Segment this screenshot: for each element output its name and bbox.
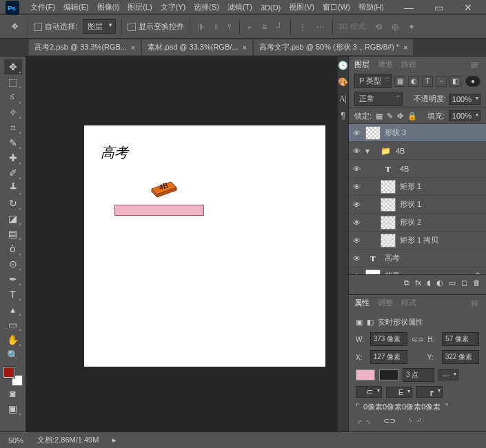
blend-mode-dropdown[interactable]: 正常 [354, 92, 403, 106]
pen-tool[interactable]: ✒ [4, 272, 22, 287]
opacity-input[interactable]: 100% [449, 94, 480, 105]
type-tool[interactable]: T [4, 287, 22, 302]
character-panel-icon[interactable]: A| [339, 94, 347, 104]
menu-3d[interactable]: 3D(D) [256, 3, 285, 12]
layers-tab[interactable]: 图层 [354, 59, 369, 70]
rectangle-tool[interactable]: ▭ [4, 317, 22, 332]
menu-window[interactable]: 窗口(W) [318, 2, 354, 12]
show-transform-checkbox[interactable]: 显示变换控件 [128, 21, 184, 32]
threed-icon[interactable]: ⟲ [373, 22, 384, 32]
link-corners-icon[interactable]: ⊂⊃ [383, 416, 396, 425]
dodge-tool[interactable]: ⊙ [4, 256, 22, 272]
filter-adjustment-icon[interactable]: ◐ [408, 76, 419, 87]
new-group-icon[interactable]: ▭ [449, 278, 456, 287]
path-selection-tool[interactable]: ▴ [4, 302, 22, 317]
auto-select-target-dropdown[interactable]: 图层 [83, 19, 116, 34]
filter-shape-icon[interactable]: ▫ [436, 76, 447, 87]
gradient-tool[interactable]: ▤ [4, 226, 22, 241]
lock-image-icon[interactable]: ✎ [387, 112, 393, 121]
layer-row[interactable]: 👁形状 3 [349, 124, 486, 142]
layer-row[interactable]: 👁T4B [349, 160, 486, 178]
distribute-icon[interactable]: ⋮ [296, 22, 309, 32]
document-tab[interactable]: 高考2.psb @ 33.3%(RGB...× [29, 39, 141, 55]
visibility-toggle-icon[interactable]: 👁 [353, 183, 361, 191]
menu-select[interactable]: 选择(S) [190, 2, 223, 12]
marquee-tool[interactable]: ⬚ [4, 74, 22, 90]
visibility-toggle-icon[interactable]: 👁 [353, 254, 361, 263]
lock-transparent-icon[interactable]: ▦ [376, 112, 383, 121]
canvas[interactable]: 高考 4B [84, 125, 325, 367]
layer-name[interactable]: 形状 1 [400, 199, 421, 210]
layer-mask-icon[interactable]: ◖ [427, 278, 431, 287]
threed-icon[interactable]: ◎ [389, 22, 401, 32]
document-tab[interactable]: 高考文字.psb @ 50% (形状 3，RGB/8#) *× [254, 39, 414, 55]
visibility-toggle-icon[interactable]: 👁 [353, 129, 361, 137]
paths-tab[interactable]: 路径 [401, 59, 416, 70]
distribute-icon[interactable]: ⋯ [314, 22, 327, 32]
healing-tool[interactable]: ✚ [4, 150, 22, 165]
width-input[interactable]: 373 像素 [370, 332, 407, 346]
visibility-toggle-icon[interactable]: 👁 [353, 165, 361, 173]
panel-menu-icon[interactable]: ▤ [471, 60, 480, 69]
corner-br-icon[interactable]: ⌏ [417, 416, 423, 425]
corner-tr-icon[interactable]: ⌍ [366, 416, 372, 425]
layer-name[interactable]: 形状 2 [400, 217, 421, 227]
layer-name[interactable]: 形状 3 [385, 128, 406, 138]
eraser-tool[interactable]: ◪ [4, 211, 22, 226]
properties-tab[interactable]: 属性 [354, 298, 369, 308]
align-icon[interactable]: ⫯ [225, 22, 234, 32]
align-icon[interactable]: ≡ [260, 22, 269, 32]
filter-pixel-icon[interactable]: ▦ [394, 76, 405, 87]
document-tab[interactable]: 素材.psd @ 33.3%(RGB/...× [142, 39, 252, 55]
layer-row[interactable]: 👁背景🔒 [349, 267, 486, 274]
paragraph-panel-icon[interactable]: ¶ [341, 111, 345, 121]
hand-tool[interactable]: ✋ [4, 332, 22, 347]
document-info[interactable]: 文档:2.86M/1.49M [37, 435, 99, 445]
layer-style-icon[interactable]: fx [415, 278, 421, 287]
channels-tab[interactable]: 通道 [378, 59, 393, 70]
height-input[interactable]: 57 像素 [442, 332, 479, 346]
maximize-icon[interactable]: ▭ [430, 2, 447, 13]
crop-tool[interactable]: ⌗ [4, 120, 22, 135]
filter-text-icon[interactable]: T [422, 76, 433, 87]
close-tab-icon[interactable]: × [403, 43, 407, 52]
menu-type[interactable]: 文字(Y) [156, 2, 190, 12]
layer-name[interactable]: 矩形 1 拷贝 [400, 235, 438, 245]
x-input[interactable]: 127 像素 [370, 350, 407, 364]
lasso-tool[interactable]: ಽ [4, 90, 22, 105]
align-icon[interactable]: ⊪ [196, 22, 207, 32]
visibility-toggle-icon[interactable]: 👁 [353, 147, 361, 155]
brush-tool[interactable]: ✐ [4, 165, 22, 181]
threed-icon[interactable]: ✦ [406, 22, 417, 32]
filter-smart-icon[interactable]: ◧ [449, 76, 460, 87]
move-tool[interactable]: ✥ [4, 59, 22, 74]
history-panel-icon[interactable]: 🕓 [338, 61, 348, 70]
new-fill-icon[interactable]: ◐ [436, 278, 443, 287]
menu-help[interactable]: 帮助(H) [354, 2, 388, 12]
quick-mask-toggle[interactable]: ◙ [4, 386, 22, 401]
canvas-area[interactable]: 高考 4B [26, 57, 337, 431]
layer-name[interactable]: 4B [396, 147, 405, 155]
menu-view[interactable]: 视图(V) [285, 2, 318, 12]
auto-select-checkbox[interactable]: 自动选择: [34, 21, 77, 32]
visibility-toggle-icon[interactable]: 👁 [353, 218, 361, 227]
stroke-width-input[interactable]: 3 点 [403, 368, 434, 382]
fill-color-swatch[interactable] [356, 369, 375, 380]
close-tab-icon[interactable]: × [242, 43, 246, 52]
close-icon[interactable]: ✕ [460, 2, 476, 13]
blur-tool[interactable]: ȯ [4, 241, 22, 256]
menu-filter[interactable]: 滤镜(T) [223, 2, 256, 12]
history-brush-tool[interactable]: ↻ [4, 196, 22, 211]
layer-filter-dropdown[interactable]: P 类型 [354, 74, 392, 88]
menu-file[interactable]: 文件(F) [26, 2, 59, 12]
layer-row[interactable]: 👁矩形 1 [349, 178, 486, 196]
layer-row[interactable]: 👁形状 1 [349, 196, 486, 214]
magic-wand-tool[interactable]: ✧ [4, 105, 22, 120]
stroke-type-dropdown[interactable]: — [438, 369, 458, 380]
screen-mode-toggle[interactable]: ▣ [4, 401, 22, 416]
fill-input[interactable]: 100% [449, 110, 480, 121]
lock-position-icon[interactable]: ✥ [397, 112, 403, 121]
layer-row[interactable]: 👁矩形 1 拷贝 [349, 232, 486, 250]
corner-bl-icon[interactable]: ⌎ [407, 416, 413, 425]
clone-stamp-tool[interactable]: ┻ [4, 181, 22, 196]
